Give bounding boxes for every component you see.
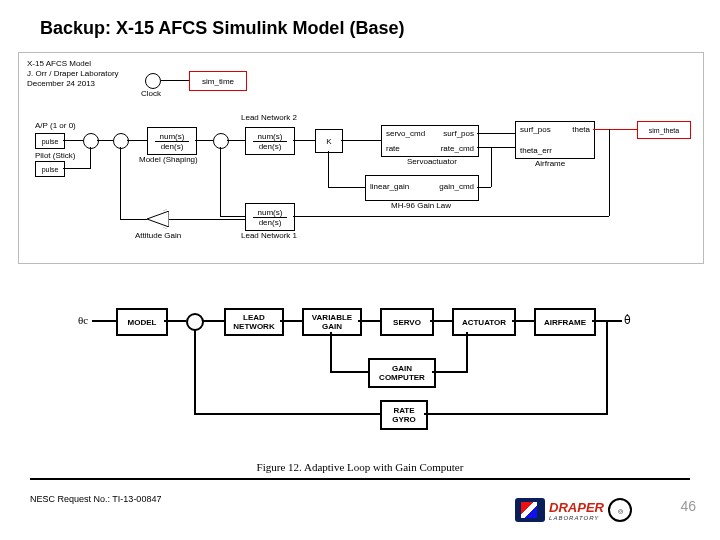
wire bbox=[63, 168, 83, 169]
wire bbox=[195, 140, 213, 141]
fig-actuator: ACTUATOR bbox=[452, 308, 516, 336]
slide: Backup: X-15 AFCS Simulink Model (Base) … bbox=[0, 0, 720, 540]
fline bbox=[432, 371, 466, 373]
rate-cmd-port: rate_cmd bbox=[441, 144, 474, 153]
sum-2 bbox=[113, 133, 129, 149]
wire bbox=[491, 147, 492, 187]
model-shaping-label: Model (Shaping) bbox=[139, 155, 198, 164]
ap-source: pulse bbox=[35, 133, 65, 149]
servo-cmd-port: servo_cmd bbox=[386, 129, 425, 138]
tf-num2: num(s) bbox=[258, 132, 283, 141]
wire bbox=[477, 187, 491, 188]
draper-logo-icon: DRAPER LABORATORY bbox=[549, 500, 604, 521]
fline bbox=[330, 371, 368, 373]
fig-model: MODEL bbox=[116, 308, 168, 336]
fline bbox=[92, 320, 116, 322]
fline bbox=[202, 320, 224, 322]
nesc-logo-icon bbox=[515, 498, 545, 522]
fig-vargain: VARIABLE GAIN bbox=[302, 308, 362, 336]
draper-text: DRAPER bbox=[549, 500, 604, 515]
svg-marker-0 bbox=[147, 211, 169, 227]
wire bbox=[120, 219, 147, 220]
fig-input: θc bbox=[78, 314, 88, 326]
gain-cmd-port: gain_cmd bbox=[439, 182, 474, 191]
footer-request-no: NESC Request No.: TI-13-00847 bbox=[30, 494, 161, 504]
fig-rategyro: RATE GYRO bbox=[380, 400, 428, 430]
lead-net1-block: num(s) den(s) bbox=[245, 203, 295, 231]
attitude-gain-label: Attitude Gain bbox=[135, 231, 181, 240]
clock-label: Clock bbox=[141, 89, 161, 98]
fig-lead: LEAD NETWORK bbox=[224, 308, 284, 336]
fline bbox=[330, 332, 332, 372]
sim-time-block: sim_time bbox=[189, 71, 247, 91]
wire bbox=[293, 140, 315, 141]
wire bbox=[341, 140, 381, 141]
fig-servo: SERVO bbox=[380, 308, 434, 336]
model-shaping-block: num(s) den(s) bbox=[147, 127, 197, 155]
fig-output: θ̇ bbox=[624, 314, 631, 327]
fline bbox=[606, 320, 608, 415]
wire bbox=[491, 147, 515, 148]
surf-pos-port: surf_pos bbox=[443, 129, 474, 138]
theta-err-in: theta_err bbox=[520, 146, 552, 155]
wire bbox=[169, 219, 245, 220]
figure-caption: Figure 12. Adaptive Loop with Gain Compu… bbox=[90, 461, 630, 473]
page-number: 46 bbox=[680, 498, 696, 514]
wire bbox=[328, 187, 365, 188]
wire bbox=[90, 147, 91, 169]
servoactuator-block: servo_cmd surf_pos rate rate_cmd bbox=[381, 125, 479, 157]
servoact-label: Servoactuator bbox=[407, 157, 457, 166]
tf-den: den(s) bbox=[161, 142, 184, 151]
wire bbox=[227, 140, 245, 141]
simulink-model: X-15 AFCS Model J. Orr / Draper Laborato… bbox=[18, 52, 704, 264]
sim-theta-block: sim_theta bbox=[637, 121, 691, 139]
ap-label: A/P (1 or 0) bbox=[35, 121, 76, 130]
sum-3 bbox=[213, 133, 229, 149]
tf-den3: den(s) bbox=[259, 218, 282, 227]
footer-logos: DRAPER LABORATORY ◎ bbox=[515, 498, 632, 522]
sum-1 bbox=[83, 133, 99, 149]
lead-net2-label: Lead Network 2 bbox=[241, 113, 297, 122]
model-header-2: J. Orr / Draper Laboratory bbox=[27, 69, 119, 78]
wire bbox=[220, 147, 221, 217]
fline bbox=[194, 413, 380, 415]
lead-net2-block: num(s) den(s) bbox=[245, 127, 295, 155]
footer-divider bbox=[30, 478, 690, 480]
fline bbox=[164, 320, 186, 322]
fline bbox=[424, 413, 606, 415]
draper-sub: LABORATORY bbox=[549, 515, 604, 521]
airframe-label: Airframe bbox=[535, 159, 565, 168]
surf-pos-in: surf_pos bbox=[520, 125, 551, 134]
target-logo-icon: ◎ bbox=[608, 498, 632, 522]
tf-den2: den(s) bbox=[259, 142, 282, 151]
wire bbox=[97, 140, 113, 141]
airframe-block: surf_pos theta_err theta bbox=[515, 121, 595, 159]
tf-num: num(s) bbox=[160, 132, 185, 141]
fline bbox=[280, 320, 302, 322]
wire bbox=[63, 140, 83, 141]
wire bbox=[609, 129, 610, 216]
fline bbox=[466, 332, 468, 373]
tf-num3: num(s) bbox=[258, 208, 283, 217]
fline bbox=[430, 320, 452, 322]
fig-airframe: AIRFRAME bbox=[534, 308, 596, 336]
model-header-3: December 24 2013 bbox=[27, 79, 95, 88]
wire bbox=[328, 151, 329, 187]
model-header-1: X-15 AFCS Model bbox=[27, 59, 91, 68]
pilot-source: pulse bbox=[35, 161, 65, 177]
fline bbox=[358, 320, 380, 322]
concept-figure: θc MODEL LEAD NETWORK VARIABLE GAIN SERV… bbox=[90, 300, 630, 455]
wire bbox=[593, 129, 637, 130]
lead-net1-label: Lead Network 1 bbox=[241, 231, 297, 240]
fline bbox=[512, 320, 534, 322]
wire bbox=[127, 140, 147, 141]
theta-out: theta bbox=[572, 125, 590, 134]
var-gain-block: K bbox=[315, 129, 343, 153]
fig-gaincomp: GAIN COMPUTER bbox=[368, 358, 436, 388]
wire bbox=[477, 133, 515, 134]
wire bbox=[220, 216, 245, 217]
rate-port: rate bbox=[386, 144, 400, 153]
linear-gain-port: linear_gain bbox=[370, 182, 409, 191]
att-gain-inner bbox=[147, 211, 169, 227]
mh96-block: linear_gain gain_cmd bbox=[365, 175, 479, 201]
